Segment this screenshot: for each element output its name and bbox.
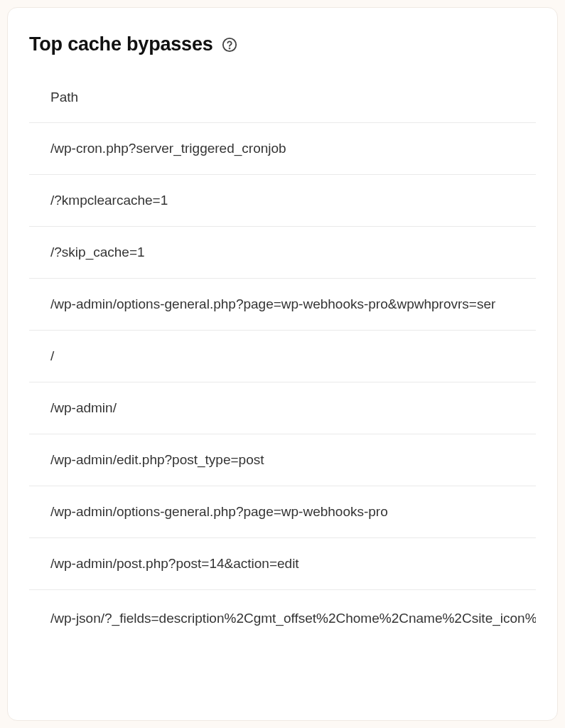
path-cell: /wp-cron.php?server_triggered_cronjob: [50, 141, 536, 156]
table: Path /wp-cron.php?server_triggered_cronj…: [29, 77, 536, 641]
table-header-row: Path: [29, 77, 536, 123]
path-cell: /: [50, 348, 536, 364]
help-icon[interactable]: [222, 37, 237, 53]
page-title: Top cache bypasses: [29, 33, 213, 55]
path-cell: /wp-admin/post.php?post=14&action=edit: [50, 556, 536, 572]
table-row: /wp-cron.php?server_triggered_cronjob: [29, 123, 536, 175]
path-cell: /wp-admin/: [50, 400, 536, 416]
table-row: /?kmpclearcache=1: [29, 175, 536, 227]
path-cell: /wp-admin/options-general.php?page=wp-we…: [50, 296, 536, 312]
svg-point-1: [229, 48, 230, 48]
column-header-path: Path: [50, 90, 536, 105]
path-cell: /wp-json/?_fields=description%2Cgmt_offs…: [50, 608, 536, 628]
table-row: /wp-admin/post.php?post=14&action=edit: [29, 538, 536, 590]
table-row: /wp-admin/edit.php?post_type=post: [29, 434, 536, 486]
table-row: /?skip_cache=1: [29, 227, 536, 279]
path-cell: /?skip_cache=1: [50, 245, 536, 260]
path-cell: /wp-admin/edit.php?post_type=post: [50, 452, 536, 468]
cache-bypasses-card: Top cache bypasses Path /wp-cron.php?ser…: [7, 7, 558, 721]
table-scroll[interactable]: Path /wp-cron.php?server_triggered_cronj…: [29, 77, 536, 706]
table-row: /wp-admin/options-general.php?page=wp-we…: [29, 486, 536, 538]
table-row: /wp-admin/: [29, 382, 536, 434]
table-row: /wp-json/?_fields=description%2Cgmt_offs…: [29, 590, 536, 641]
table-row: /wp-admin/options-general.php?page=wp-we…: [29, 279, 536, 331]
table-row: /: [29, 331, 536, 382]
path-cell: /wp-admin/options-general.php?page=wp-we…: [50, 504, 536, 520]
title-row: Top cache bypasses: [29, 33, 536, 55]
path-cell: /?kmpclearcache=1: [50, 193, 536, 208]
